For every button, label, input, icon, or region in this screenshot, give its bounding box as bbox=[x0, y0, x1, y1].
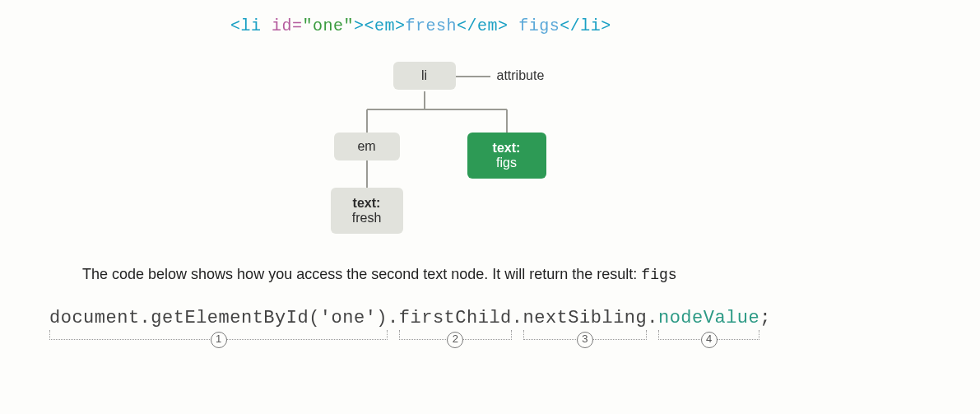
js-expression: document.getElementById('one').firstChil… bbox=[49, 308, 931, 328]
dom-diagram: li attribute em text: figs text: fresh bbox=[276, 60, 704, 241]
node-text-fresh-line2: fresh bbox=[341, 211, 393, 226]
tag-em-close: </em> bbox=[457, 16, 509, 35]
tag-em-open: ><em> bbox=[354, 16, 406, 35]
node-li-label: li bbox=[421, 68, 427, 82]
js-seg1: document.getElementById('one') bbox=[49, 308, 388, 328]
space2 bbox=[509, 16, 519, 35]
bracket-4: 4 bbox=[658, 330, 759, 340]
node-text-figs-line2: figs bbox=[477, 156, 536, 170]
js-dot1: . bbox=[388, 308, 399, 328]
node-text-figs-line1: text: bbox=[477, 141, 536, 156]
bracket-1: 1 bbox=[49, 330, 388, 340]
text-figs: figs bbox=[518, 16, 560, 35]
attr-value: "one" bbox=[303, 16, 355, 35]
node-em: em bbox=[334, 133, 400, 160]
node-li: li bbox=[393, 62, 456, 90]
js-seg4: nodeValue bbox=[658, 308, 759, 328]
bracket-3-num: 3 bbox=[577, 332, 593, 348]
space bbox=[262, 16, 272, 35]
bracket-1-num: 1 bbox=[211, 332, 227, 348]
explain-text: The code below shows how you access the … bbox=[82, 266, 898, 283]
bracket-2: 2 bbox=[399, 330, 512, 340]
text-fresh: fresh bbox=[406, 16, 457, 35]
bracket-2-num: 2 bbox=[447, 332, 463, 348]
label-attribute: attribute bbox=[497, 68, 545, 83]
tag-close: </li> bbox=[560, 16, 611, 35]
js-dot3: . bbox=[647, 308, 658, 328]
js-seg3: nextSibling bbox=[523, 308, 648, 328]
bracket-4-num: 4 bbox=[701, 332, 718, 348]
js-semi: ; bbox=[759, 308, 771, 328]
explain-result: figs bbox=[641, 267, 676, 283]
js-expression-block: document.getElementById('one').firstChil… bbox=[49, 308, 931, 355]
js-dot2: . bbox=[512, 308, 523, 328]
js-seg2: firstChild bbox=[399, 308, 512, 328]
bracket-3: 3 bbox=[523, 330, 648, 340]
html-snippet: <li id="one"><em>fresh</em> figs</li> bbox=[230, 16, 931, 35]
attr-name: id= bbox=[272, 16, 303, 35]
tag-open: <li bbox=[230, 16, 262, 35]
explain-prefix: The code below shows how you access the … bbox=[82, 266, 641, 282]
bracket-row: 1 2 3 4 bbox=[49, 330, 931, 355]
node-text-fresh-line1: text: bbox=[353, 196, 381, 210]
node-em-label: em bbox=[357, 139, 375, 153]
node-text-figs: text: figs bbox=[467, 133, 546, 179]
node-text-fresh: text: fresh bbox=[331, 188, 403, 234]
